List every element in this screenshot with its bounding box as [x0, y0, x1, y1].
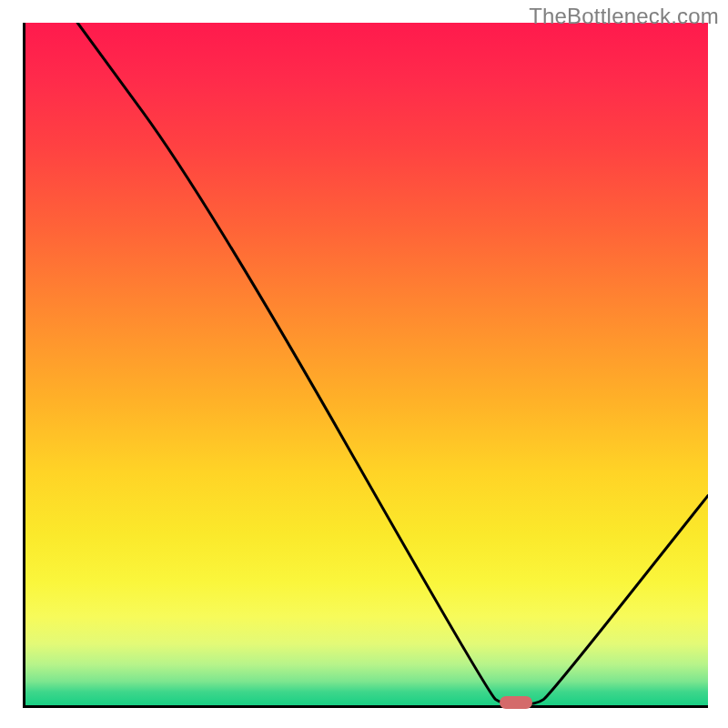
chart-container: TheBottleneck.com	[0, 0, 728, 728]
optimal-point-marker	[500, 696, 532, 709]
watermark-text: TheBottleneck.com	[529, 4, 719, 29]
plot-background	[23, 23, 708, 708]
